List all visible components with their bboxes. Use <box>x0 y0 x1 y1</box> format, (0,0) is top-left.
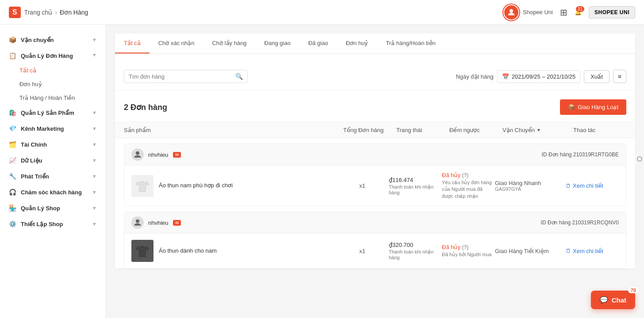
svg-point-3 <box>136 220 139 223</box>
chat-button[interactable]: 💬 Chat 70 <box>591 291 635 309</box>
product-name-1: Áo thun nam phù hợp đi chơi <box>159 182 233 189</box>
col-product: Sản phẩm <box>124 127 343 133</box>
status-note-1: Yêu cầu hủy đơn hàng của Người mua đã đư… <box>442 179 495 200</box>
order-id-1: ID Đơn hàng 210319R1RTG0BE <box>542 151 619 158</box>
scroll-indicator <box>637 156 642 162</box>
sidebar-label-van-chuyen: Vận chuyển <box>21 37 54 43</box>
du-lieu-icon: 📈 <box>9 157 16 164</box>
message-icon-1[interactable]: ✉ <box>173 152 181 158</box>
sidebar-item-du-lieu[interactable]: 📈 Dữ Liệu ▼ <box>0 152 106 168</box>
order-card-header-1: nhvhieu ✉ ID Đơn hàng 210319R1RTG0BE <box>124 144 626 166</box>
chevron-down-icon-2: ▼ <box>92 110 97 115</box>
chat-badge: 70 <box>628 287 639 293</box>
status-cell-1: Đã hủy (?) Yêu cầu hủy đơn hàng của Ngườ… <box>442 172 495 200</box>
quan-ly-shop-icon: 🏪 <box>9 204 16 212</box>
status-label-2: Đã hủy <box>442 244 460 250</box>
view-detail-button-2[interactable]: 🗒 Xem chi tiết <box>566 248 619 254</box>
sidebar-item-quan-ly-shop[interactable]: 🏪 Quản Lý Shop ▼ <box>0 200 106 216</box>
breadcrumb-home[interactable]: Trang chủ <box>24 9 53 16</box>
sidebar-item-thiet-lap[interactable]: ⚙️ Thiết Lập Shop ▼ <box>0 216 106 232</box>
calendar-icon: 📅 <box>502 73 509 80</box>
message-icon-2[interactable]: ✉ <box>173 220 181 226</box>
order-row-2: Áo thun dành cho nam x1 ₫320.700 Thanh t… <box>124 234 626 268</box>
qty-2: x1 <box>336 248 389 254</box>
date-filter-label: Ngày đặt hàng <box>456 73 493 80</box>
san-pham-icon: 🛍️ <box>9 109 16 116</box>
export-button[interactable]: Xuất <box>584 70 610 83</box>
breadcrumb: Trang chủ › Đơn Hàng <box>24 9 88 16</box>
chevron-down-icon-3: ▼ <box>92 126 97 131</box>
tab-tat-ca[interactable]: Tất cả <box>115 34 150 53</box>
tab-tra-hang[interactable]: Trả hàng/Hoàn tiền <box>377 34 444 53</box>
filter-bar: 🔍 Ngày đặt hàng 📅 2021/09/25 – 2021/10/2… <box>115 63 635 91</box>
status-help-icon-1[interactable]: (?) <box>462 172 469 178</box>
tab-cho-lay-hang[interactable]: Chờ lấy hàng <box>203 34 255 53</box>
order-tabs: Tất cả Chờ xác nhận Chờ lấy hàng Đang gi… <box>115 34 635 54</box>
detail-icon-1: 🗒 <box>566 183 571 189</box>
apps-grid-icon[interactable]: ⊞ <box>560 7 567 18</box>
price-cell-1: ₫116.474 Thanh toán khi nhận hàng <box>389 177 442 195</box>
tab-da-giao[interactable]: Đã giao <box>299 34 337 53</box>
sidebar-label-quan-ly-shop: Quản Lý Shop <box>21 205 60 212</box>
sidebar-submenu-tra-hang[interactable]: Trả Hàng / Hoàn Tiền <box>19 91 106 105</box>
sidebar-item-tai-chinh[interactable]: 🗂️ Tài Chính ▼ <box>0 136 106 152</box>
bulk-ship-icon: 📦 <box>568 104 575 110</box>
price-amount-2: ₫320.700 <box>389 242 442 248</box>
sidebar-item-phat-trien[interactable]: 🔧 Phát Triển ▼ <box>0 168 106 184</box>
price-amount-1: ₫116.474 <box>389 177 442 183</box>
notification-button[interactable]: 🔔 31 <box>575 9 582 15</box>
date-filter: Ngày đặt hàng 📅 2021/09/25 – 2021/10/25 … <box>456 70 626 83</box>
order-card-1: nhvhieu ✉ ID Đơn hàng 210319R1RTG0BE <box>124 144 626 206</box>
tab-cho-xac-nhan[interactable]: Chờ xác nhận <box>150 34 203 53</box>
shipping-method-1: Giao Hàng Nhanh <box>495 180 566 186</box>
order-header: 2 Đơn hàng 📦 Giao Hàng Loạt <box>115 91 635 122</box>
seller-avatar-1 <box>131 148 144 161</box>
breadcrumb-separator: › <box>55 9 57 16</box>
tab-dang-giao[interactable]: Đang giao <box>256 34 299 53</box>
order-card-header-2: nhvhieu ✉ ID Đơn hàng 210319R1RCQNV0 <box>124 212 626 234</box>
detail-icon-2: 🗒 <box>566 248 571 254</box>
sidebar-submenu-tat-ca[interactable]: Tất cả <box>19 64 106 77</box>
user-menu-button[interactable]: SHOPEE UNI <box>589 6 635 19</box>
sidebar: 📦 Vận chuyển ▼ 📋 Quản Lý Đơn Hàng ▲ Tất … <box>0 25 106 318</box>
sidebar-item-san-pham[interactable]: 🛍️ Quản Lý Sản Phẩm ▼ <box>0 105 106 121</box>
order-row-1: Áo thun nam phù hợp đi chơi x1 ₫116.474 … <box>124 166 626 206</box>
shopee-logo[interactable]: S <box>9 7 21 18</box>
col-action: Thao tác <box>573 127 626 133</box>
order-count-label: 2 Đơn hàng <box>124 102 167 112</box>
date-range-picker[interactable]: 📅 2021/09/25 – 2021/10/25 <box>497 70 581 83</box>
chevron-down-icon-8: ▼ <box>92 205 97 211</box>
marketing-icon: 💎 <box>9 125 16 132</box>
filter-options-button[interactable]: ≡ <box>613 70 626 83</box>
action-cell-2: 🗒 Xem chi tiết <box>566 248 619 254</box>
header: S Trang chủ › Đơn Hàng Shopee Uni ⊞ 🔔 31… <box>0 0 644 25</box>
sidebar-label-thiet-lap: Thiết Lập Shop <box>21 221 63 227</box>
status-cell-2: Đã hủy (?) Đã hủy bởi Người mua <box>442 244 495 258</box>
chevron-down-icon-6: ▼ <box>92 174 97 179</box>
sidebar-item-van-chuyen[interactable]: 📦 Vận chuyển ▼ <box>0 32 106 48</box>
sidebar-submenu-don-huy[interactable]: Đơn huỷ <box>19 77 106 91</box>
action-cell-1: 🗒 Xem chi tiết <box>566 182 619 189</box>
header-left: S Trang chủ › Đơn Hàng <box>9 7 88 18</box>
view-detail-button-1[interactable]: 🗒 Xem chi tiết <box>566 182 619 189</box>
product-image-2 <box>131 240 153 262</box>
notification-badge: 31 <box>576 6 584 12</box>
tai-chinh-icon: 🗂️ <box>9 141 16 148</box>
sidebar-item-cham-soc[interactable]: 🎧 Chăm sóc khách hàng ▼ <box>0 184 106 200</box>
sidebar-item-marketing[interactable]: 💎 Kênh Marketing ▼ <box>0 121 106 136</box>
chevron-down-icon: ▼ <box>92 37 97 42</box>
seller-avatar-2 <box>131 216 144 229</box>
tab-don-huy[interactable]: Đơn huỷ <box>337 34 377 53</box>
status-note-2: Đã hủy bởi Người mua <box>442 251 495 258</box>
product-cell-1: Áo thun nam phù hợp đi chơi <box>131 175 336 197</box>
search-input[interactable] <box>129 73 232 80</box>
main-content: Tất cả Chờ xác nhận Chờ lấy hàng Đang gi… <box>106 25 644 318</box>
col-status: Trang thái <box>396 127 449 133</box>
price-note-1: Thanh toán khi nhận hàng <box>389 184 442 195</box>
sidebar-item-quan-ly-don-hang[interactable]: 📋 Quản Lý Đơn Hàng ▲ <box>0 48 106 64</box>
col-shipping[interactable]: Vận Chuyển ▼ <box>502 127 573 133</box>
date-range-value: 2021/09/25 – 2021/10/25 <box>512 73 576 80</box>
bulk-ship-button[interactable]: 📦 Giao Hàng Loạt <box>560 99 626 115</box>
status-help-icon-2[interactable]: (?) <box>462 244 469 250</box>
sidebar-label-phat-trien: Phát Triển <box>21 173 49 180</box>
